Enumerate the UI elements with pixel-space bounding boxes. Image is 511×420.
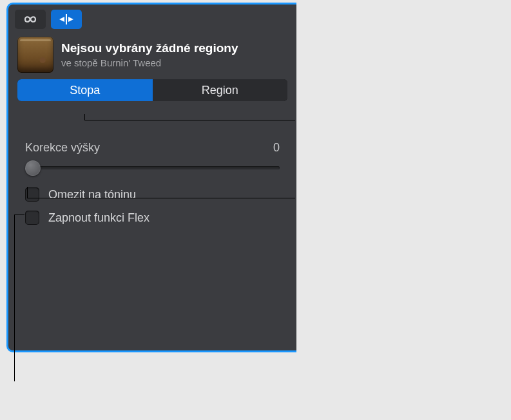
slider-thumb[interactable] bbox=[25, 160, 41, 176]
pitch-correction-slider[interactable] bbox=[25, 166, 280, 169]
panel-body: Korekce výšky 0 Omezit na tóninu Zapnout… bbox=[8, 110, 296, 227]
infinity-icon bbox=[21, 14, 39, 25]
header-subtitle: ve stopě Burnin' Tweed bbox=[61, 57, 238, 68]
enable-flex-checkbox[interactable] bbox=[25, 211, 39, 225]
enable-flex-label: Zapnout funkci Flex bbox=[48, 211, 149, 225]
flex-arrows-icon bbox=[57, 14, 76, 25]
tab-region[interactable]: Region bbox=[153, 79, 288, 101]
track-thumbnail bbox=[17, 37, 53, 73]
callout-line bbox=[14, 215, 15, 381]
callout-line bbox=[84, 120, 295, 120]
header-title: Nejsou vybrány žádné regiony bbox=[61, 41, 238, 56]
pitch-correction-label: Korekce výšky bbox=[25, 141, 100, 155]
header: Nejsou vybrány žádné regiony ve stopě Bu… bbox=[8, 32, 296, 79]
limit-to-key-row[interactable]: Omezit na tóninu bbox=[21, 185, 284, 204]
limit-to-key-label: Omezit na tóninu bbox=[48, 188, 136, 202]
enable-flex-row[interactable]: Zapnout funkci Flex bbox=[21, 208, 284, 227]
callout-line bbox=[14, 215, 24, 215]
pitch-correction-row: Korekce výšky 0 bbox=[21, 141, 284, 155]
pitch-correction-value: 0 bbox=[273, 141, 280, 155]
loop-mode-button[interactable] bbox=[15, 10, 46, 29]
toolbar bbox=[8, 5, 296, 32]
flex-mode-button[interactable] bbox=[51, 10, 82, 29]
tab-track[interactable]: Stopa bbox=[17, 79, 153, 101]
title-block: Nejsou vybrány žádné regiony ve stopě Bu… bbox=[61, 41, 238, 68]
editor-panel: Nejsou vybrány žádné regiony ve stopě Bu… bbox=[6, 3, 296, 352]
callout-line bbox=[27, 198, 295, 198]
segmented-control: Stopa Region bbox=[17, 79, 287, 101]
callout-line bbox=[27, 187, 28, 198]
